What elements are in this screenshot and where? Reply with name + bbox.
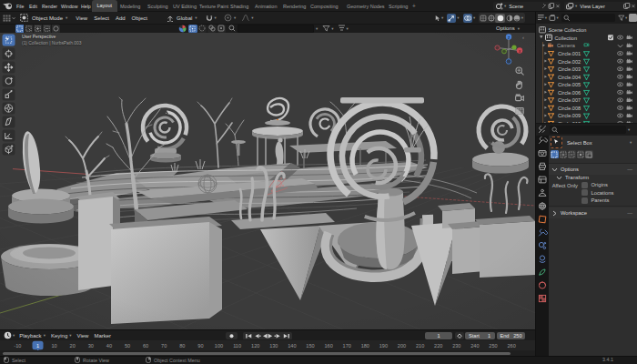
svg-text:150: 150 — [306, 343, 314, 349]
svg-text:80: 80 — [179, 343, 185, 349]
svg-text:Circle.002: Circle.002 — [558, 59, 581, 65]
svg-text:Collection: Collection — [555, 35, 578, 41]
svg-text:210: 210 — [416, 343, 424, 349]
svg-text:Circle.004: Circle.004 — [558, 75, 581, 80]
svg-text:Camera: Camera — [557, 43, 576, 48]
svg-text:100: 100 — [215, 343, 223, 349]
svg-text:160: 160 — [324, 343, 332, 349]
svg-text:Circle.003: Circle.003 — [558, 66, 581, 72]
svg-text:220: 220 — [434, 343, 442, 349]
svg-text:Circle.008: Circle.008 — [558, 106, 581, 111]
svg-text:260: 260 — [507, 343, 515, 349]
svg-text:110: 110 — [233, 343, 241, 349]
svg-text:Circle.001: Circle.001 — [558, 51, 581, 56]
svg-text:40: 40 — [106, 343, 112, 349]
svg-text:Circle.005: Circle.005 — [558, 82, 581, 87]
svg-text:240: 240 — [470, 343, 479, 349]
svg-text:190: 190 — [379, 343, 388, 349]
svg-text:Circle.009: Circle.009 — [558, 113, 581, 118]
svg-text:200: 200 — [398, 343, 406, 349]
svg-text:10: 10 — [51, 343, 56, 349]
svg-text:180: 180 — [361, 343, 369, 349]
svg-text:30: 30 — [88, 343, 94, 349]
svg-text:Circle.006: Circle.006 — [558, 90, 581, 96]
svg-text:-10: -10 — [14, 343, 21, 349]
svg-text:90: 90 — [197, 343, 203, 349]
svg-text:70: 70 — [161, 343, 167, 349]
svg-text:230: 230 — [452, 343, 460, 349]
svg-text:250: 250 — [489, 343, 497, 349]
svg-text:50: 50 — [125, 343, 130, 349]
svg-text:140: 140 — [288, 343, 296, 349]
svg-text:1: 1 — [36, 343, 39, 349]
svg-text:20: 20 — [70, 343, 76, 349]
svg-text:120: 120 — [251, 343, 259, 349]
svg-text:130: 130 — [269, 343, 278, 349]
svg-text:60: 60 — [143, 343, 148, 349]
svg-text:Scene Collection: Scene Collection — [549, 27, 587, 33]
svg-text:170: 170 — [343, 343, 351, 349]
svg-text:Circle.007: Circle.007 — [558, 97, 581, 103]
